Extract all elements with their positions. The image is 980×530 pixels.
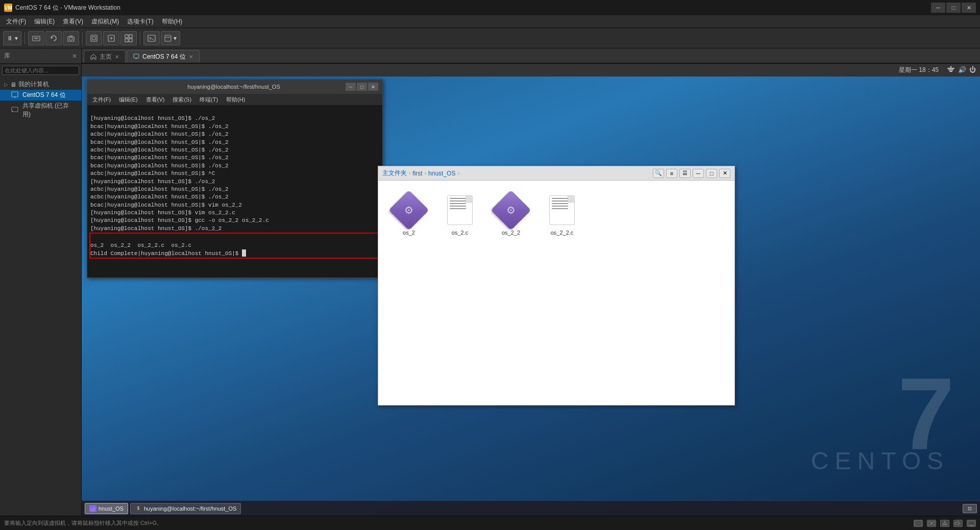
terminal-button[interactable] [143,31,160,45]
tab-home[interactable]: 主页 ✕ [84,50,126,63]
close-button[interactable]: ✕ [962,3,976,13]
fm-search-button[interactable]: 🔍 [653,169,664,178]
power-dropdown[interactable]: ⏸ ▾ [3,31,21,45]
fm-maximize-button[interactable]: □ [706,169,717,178]
sidebar-close-icon[interactable]: ✕ [72,53,77,60]
fullscreen-button[interactable] [86,31,102,45]
list-item[interactable]: os_2_2.c [542,191,582,239]
tab-home-close-icon[interactable]: ✕ [115,54,119,60]
terminal-menu-edit[interactable]: 编辑(E) [116,95,141,104]
svg-rect-29 [949,71,952,72]
terminal-line-9: [huyaning@localhost hnust_OS]$ ./os_2 [90,179,215,185]
view-dropdown[interactable]: ▾ [161,31,180,45]
svg-rect-7 [92,37,95,40]
terminal-line-14: [huyaning@localhost hnust_OS]$ gcc -o os… [90,217,269,223]
minimize-button[interactable]: ─ [931,3,945,13]
menu-edit[interactable]: 编辑(E) [30,16,59,27]
text-line-3 [450,203,466,204]
sound-device-icon[interactable] [953,520,963,527]
list-item[interactable]: ⚙ os_2 [388,191,429,239]
sidebar-search-container [0,64,81,77]
fm-minimize-button[interactable]: ─ [693,169,704,178]
svg-rect-40 [968,521,975,525]
fm-breadcrumb-hnust-os[interactable]: hnust_OS [428,170,455,177]
menu-help[interactable]: 帮助(H) [158,16,187,27]
fm-breadcrumb-first[interactable]: first [412,170,422,177]
power-icon[interactable]: ⏻ [969,66,976,74]
vm-desktop[interactable]: 7 CENTOS 星期一 18：45 🔊 ⏻ [82,64,980,516]
tab-home-label: 主页 [100,53,112,61]
terminal-menu-help[interactable]: 帮助(H) [223,95,248,104]
dropdown-arrow-icon: ▾ [174,35,177,42]
terminal-content[interactable]: [huyaning@localhost hnust_OS]$ ./os_2 bc… [87,105,382,277]
terminal-line-7: bcac|huyaning@localhost hnust_OS|$ ./os_… [90,163,229,169]
terminal-window-buttons: ─ □ ✕ [346,83,378,91]
fm-close-button[interactable]: ✕ [719,169,730,178]
svg-rect-27 [947,68,954,69]
fm-icons-area: ⚙ os_2 [378,181,734,405]
terminal-menu-view[interactable]: 查看(V) [143,95,168,104]
svg-point-37 [943,523,944,525]
terminal-line-5: acbc|huyaning@localhost hnust_OS|$ ./os_… [90,147,229,153]
sidebar-tree: ▷ 🖥 我的计算机 CentOS 7 64 位 共享虚拟机 (已弃用) [0,77,81,516]
fm-breadcrumb-home[interactable]: 主文件夹 [382,169,407,178]
hdd-icon[interactable] [914,520,923,527]
snapshot-button[interactable] [63,31,79,45]
file-icon-os22c [546,194,578,226]
send-ctrl-alt-del-button[interactable] [28,31,44,45]
terminal-maximize-button[interactable]: □ [357,83,367,91]
terminal-menu-file[interactable]: 文件(F) [89,95,114,104]
display-icon[interactable] [967,520,976,527]
sidebar-label-centos: CentOS 7 64 位 [22,91,66,99]
file-icon-os2c [444,194,476,226]
svg-rect-34 [928,522,931,525]
home-tab-icon [90,54,96,60]
menu-tabs[interactable]: 选项卡(T) [123,16,157,27]
sidebar-search-input[interactable] [2,66,79,75]
menu-file[interactable]: 文件(F) [2,16,30,27]
terminal-menu-search[interactable]: 搜索(S) [169,95,194,104]
terminal-line-6: bcac|huyaning@localhost hnust_OS|$ ./os_… [90,155,229,161]
revert-button[interactable] [45,31,62,45]
taskbar-item-filemanager[interactable]: hnust_OS [85,503,128,514]
terminal-taskbar-icon: $ [135,505,142,512]
toolbar-sep-3 [140,32,140,44]
text-line-a [552,198,568,199]
network-device-icon[interactable] [927,520,936,527]
taskbar-resize-button[interactable]: ⊡ [963,504,977,513]
sound-icon[interactable]: 🔊 [958,66,966,74]
svg-rect-19 [12,92,18,97]
fit-guest-button[interactable] [103,31,119,45]
fm-view-button[interactable]: ☰ [679,169,691,178]
svg-marker-3 [51,37,53,39]
sidebar-item-centos[interactable]: CentOS 7 64 位 [0,90,81,100]
terminal-line-2: bcac|huyaning@localhost hnust_OS|$ ./os_… [90,123,229,130]
maximize-button[interactable]: □ [946,3,961,13]
sidebar-item-shared-vms[interactable]: 共享虚拟机 (已弃用) [0,100,81,120]
list-item[interactable]: ⚙ os_2_2 [491,191,531,239]
keyboard-icon [32,34,40,42]
menu-bar: 文件(F) 编辑(E) 查看(V) 虚拟机(M) 选项卡(T) 帮助(H) [0,15,980,28]
terminal-close-button[interactable]: ✕ [368,83,378,91]
vm-topbar: 星期一 18：45 🔊 ⏻ [82,64,980,77]
tab-centos[interactable]: CentOS 7 64 位 ✕ [127,50,200,63]
fm-sort-button[interactable]: ≡ [666,169,677,178]
list-item[interactable]: os_2.c [439,191,480,239]
usb-icon[interactable] [940,520,949,527]
menu-view[interactable]: 查看(V) [59,16,87,27]
svg-marker-39 [955,521,959,525]
taskbar-item-terminal[interactable]: $ huyaning@localhost:~/first/hnust_OS [130,503,241,514]
sidebar-item-my-computer[interactable]: ▷ 🖥 我的计算机 [0,79,81,90]
svg-rect-28 [948,69,953,70]
file-name-os22c: os_2_2.c [551,230,574,236]
svg-rect-13 [125,39,128,42]
tab-centos-close-icon[interactable]: ✕ [189,54,193,60]
terminal-line-15: [huyaning@localhost hnust_OS]$ ./os_2_2 [90,225,222,232]
network-status-icon [947,66,955,74]
menu-vm[interactable]: 虚拟机(M) [87,16,123,27]
status-message: 要将输入定向到该虚拟机，请将鼠标指针移入其中或按 Ctrl+G。 [4,519,914,527]
unity-button[interactable] [120,31,137,45]
terminal-menu-terminal[interactable]: 终端(T) [197,95,221,104]
terminal-minimize-button[interactable]: ─ [346,83,356,91]
taskbar-right: ⊡ [963,504,977,513]
